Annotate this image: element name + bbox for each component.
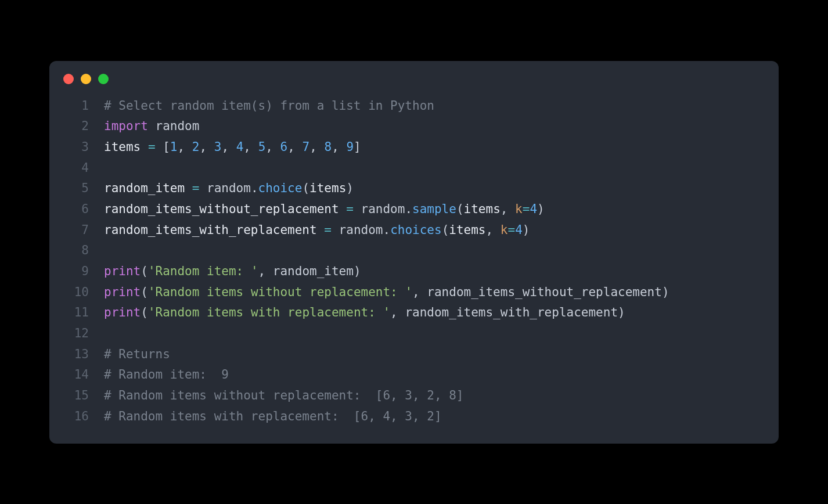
code-content[interactable]: random_item = random.choice(items) [104, 178, 354, 199]
token-fn: choice [258, 181, 303, 195]
token-code: , [221, 140, 236, 154]
code-line[interactable]: 16# Random items with replacement: [6, 4… [63, 406, 765, 427]
token-op: = [346, 202, 354, 216]
code-content[interactable]: print('Random items without replacement:… [104, 282, 669, 303]
token-code: , random_item [258, 264, 354, 278]
token-var: random_item [104, 181, 185, 195]
code-line[interactable]: 10print('Random items without replacemen… [63, 282, 765, 303]
window-titlebar [49, 74, 779, 96]
code-line[interactable]: 14# Random item: 9 [63, 365, 765, 386]
line-number: 9 [63, 261, 89, 282]
zoom-icon[interactable] [98, 74, 109, 84]
token-builtin: print [104, 305, 141, 319]
token-cmt: # Returns [104, 347, 170, 361]
line-number: 15 [63, 386, 89, 406]
token-num: 5 [258, 140, 266, 154]
token-str: 'Random items with replacement: ' [148, 305, 390, 319]
token-code: , random_items_with_replacement [390, 305, 618, 319]
token-paren: ( [302, 181, 309, 195]
token-code: [ [156, 140, 170, 154]
token-karg: k [515, 202, 523, 216]
code-content[interactable]: random_items_without_replacement = rando… [104, 199, 545, 220]
token-code: random. [199, 181, 258, 195]
code-content[interactable]: import random [104, 116, 199, 137]
line-number: 3 [63, 137, 89, 158]
code-content[interactable]: # Random items with replacement: [6, 4, … [104, 406, 442, 427]
token-code: , [486, 223, 501, 237]
minimize-icon[interactable] [81, 74, 91, 84]
token-paren: ) [346, 181, 354, 195]
token-op: = [324, 223, 332, 237]
code-content[interactable]: print('Random item: ', random_item) [104, 261, 361, 282]
code-editor[interactable]: 1# Select random item(s) from a list in … [49, 96, 779, 427]
close-icon[interactable] [63, 74, 74, 84]
line-number: 6 [63, 199, 89, 220]
line-number: 10 [63, 282, 89, 303]
token-var: items [449, 223, 485, 237]
code-line[interactable]: 5random_item = random.choice(items) [63, 178, 765, 199]
token-str: 'Random item: ' [148, 264, 258, 278]
token-cmt: # Random item: 9 [104, 368, 229, 381]
code-content[interactable]: print('Random items with replacement: ',… [104, 303, 625, 323]
code-content[interactable]: # Select random item(s) from a list in P… [104, 96, 434, 117]
code-line[interactable]: 1# Select random item(s) from a list in … [63, 96, 765, 117]
token-num: 9 [346, 140, 354, 154]
token-num: 4 [236, 140, 244, 154]
token-paren: ) [618, 305, 625, 319]
token-num: 8 [325, 140, 332, 154]
code-content[interactable]: # Random items without replacement: [6, … [104, 386, 464, 406]
line-number: 8 [63, 240, 89, 261]
token-num: 6 [280, 140, 288, 154]
code-line[interactable]: 6random_items_without_replacement = rand… [63, 199, 765, 220]
token-num: 7 [303, 140, 310, 154]
token-num: 1 [170, 140, 178, 154]
token-cmt: # Random items without replacement: [6, … [104, 388, 464, 402]
code-content[interactable]: # Random item: 9 [104, 365, 229, 386]
line-number: 5 [63, 178, 89, 199]
token-var: items [309, 181, 346, 195]
code-content[interactable]: items = [1, 2, 3, 4, 5, 6, 7, 8, 9] [104, 137, 361, 158]
token-paren: ) [354, 264, 361, 278]
code-line[interactable]: 8 [63, 240, 765, 261]
token-op: = [148, 140, 156, 154]
token-num: 3 [214, 140, 222, 154]
code-line[interactable]: 9print('Random item: ', random_item) [63, 261, 765, 282]
token-builtin: print [104, 264, 141, 278]
token-code [317, 223, 325, 237]
code-line[interactable]: 2import random [63, 116, 765, 137]
line-number: 12 [63, 323, 89, 344]
token-paren: ( [141, 264, 148, 278]
token-var: items [104, 140, 141, 154]
line-number: 11 [63, 303, 89, 323]
code-line[interactable]: 13# Returns [63, 344, 765, 365]
token-paren: ) [523, 223, 530, 237]
line-number: 13 [63, 344, 89, 365]
token-code: random. [354, 202, 412, 216]
token-code: , [177, 140, 192, 154]
token-num: 2 [192, 140, 200, 154]
token-str: 'Random items without replacement: ' [148, 285, 412, 299]
token-op: = [523, 202, 530, 216]
token-var: random_items_without_replacement [104, 202, 339, 216]
code-content[interactable]: # Returns [104, 344, 170, 365]
token-num: 4 [515, 223, 523, 237]
token-code: ] [354, 140, 361, 154]
code-line[interactable]: 4 [63, 158, 765, 179]
code-line[interactable]: 15# Random items without replacement: [6… [63, 386, 765, 406]
code-line[interactable]: 11print('Random items with replacement: … [63, 303, 765, 323]
code-line[interactable]: 12 [63, 323, 765, 344]
token-code: , random_items_without_replacement [412, 285, 662, 299]
line-number: 4 [63, 158, 89, 179]
token-op: = [507, 223, 515, 237]
token-karg: k [501, 223, 508, 237]
token-var: items [464, 202, 501, 216]
code-content[interactable]: random_items_with_replacement = random.c… [104, 220, 530, 241]
token-builtin: print [104, 285, 141, 299]
token-code [339, 202, 347, 216]
token-paren: ( [456, 202, 464, 216]
code-line[interactable]: 7random_items_with_replacement = random.… [63, 220, 765, 241]
token-num: 4 [530, 202, 537, 216]
token-code: , [332, 140, 346, 154]
token-paren: ) [662, 285, 669, 299]
code-line[interactable]: 3items = [1, 2, 3, 4, 5, 6, 7, 8, 9] [63, 137, 765, 158]
